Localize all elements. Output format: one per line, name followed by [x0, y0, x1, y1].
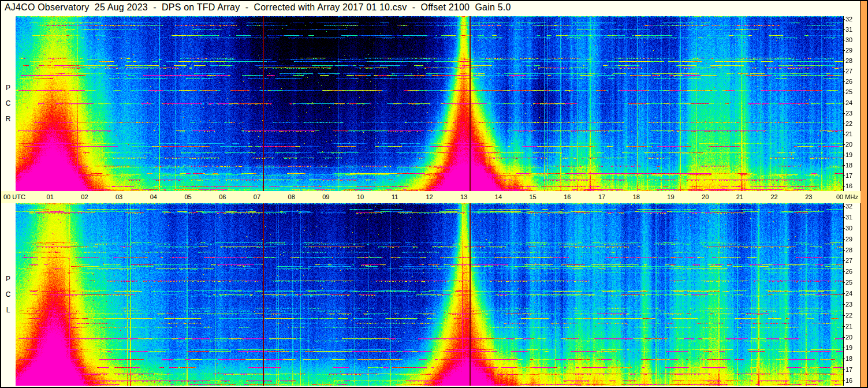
freq-tick-label: 25: [845, 88, 852, 95]
hour-label: 19: [662, 193, 679, 200]
freq-tick-mark: [843, 124, 845, 124]
freq-tick-mark: [843, 103, 845, 103]
freq-tick-label: 21: [845, 130, 852, 137]
hour-label: 21: [731, 193, 748, 200]
freq-tick-label: 25: [845, 279, 852, 286]
freq-tick-label: 31: [845, 214, 852, 221]
freq-tick-label: 30: [845, 225, 852, 232]
pol-letter: L: [6, 303, 10, 318]
hour-label: 06: [214, 193, 231, 200]
freq-tick-mark: [843, 40, 845, 40]
hour-label: 03: [110, 193, 128, 200]
freq-tick-label: 18: [845, 162, 852, 169]
freq-tick-mark: [843, 81, 845, 82]
polarization-label-lcp: PCL: [2, 203, 14, 386]
hour-label: 01: [42, 193, 59, 200]
hour-label: 02: [76, 193, 93, 200]
hour-label: 07: [248, 193, 266, 200]
freq-tick-label: 28: [845, 57, 852, 64]
freq-tick-label: 26: [845, 78, 852, 85]
hour-label: 17: [593, 193, 610, 200]
freq-tick-label: 23: [845, 301, 852, 308]
freq-tick-mark: [843, 113, 845, 114]
pol-letter: P: [6, 80, 10, 96]
freq-tick-label: 23: [845, 110, 852, 117]
freq-tick-label: 26: [845, 268, 852, 275]
hour-label: 11: [386, 193, 404, 200]
freq-tick-mark: [843, 304, 845, 305]
freq-tick-mark: [843, 359, 845, 359]
freq-tick-label: 20: [845, 141, 852, 148]
freq-tick-mark: [843, 165, 845, 166]
pol-letter: C: [6, 287, 11, 303]
right-intensity-bar: [860, 0, 868, 388]
hour-label: 05: [180, 193, 197, 200]
freq-tick-mark: [843, 337, 845, 338]
hour-label: 23: [800, 193, 817, 200]
freq-tick-mark: [843, 134, 845, 135]
freq-tick-mark: [843, 228, 845, 229]
freq-tick-label: 24: [845, 290, 852, 297]
freq-tick-label: 19: [845, 151, 852, 158]
freq-tick-label: 27: [845, 257, 852, 264]
freq-tick-label: 29: [845, 47, 852, 54]
freq-tick-label: 22: [845, 120, 852, 127]
freq-tick-mark: [843, 217, 845, 218]
time-axis: 00 UTC 010203040506070809101112131415161…: [0, 191, 860, 203]
spectrogram-canvas-rcp: [16, 16, 844, 191]
freq-tick-mark: [843, 239, 845, 240]
freq-tick-mark: [843, 186, 845, 186]
freq-tick-label: 16: [845, 182, 852, 189]
freq-tick-mark: [843, 19, 845, 20]
hour-label: 12: [421, 193, 438, 200]
page-title: AJ4CO Observatory 25 Aug 2023 - DPS on T…: [5, 2, 511, 13]
freq-tick-mark: [843, 61, 845, 61]
freq-tick-label: 32: [845, 16, 852, 23]
time-axis-right-label: 00 MHz: [836, 193, 858, 200]
freq-tick-label: 17: [845, 172, 852, 179]
hour-label: 13: [455, 193, 472, 200]
pol-letter: C: [6, 96, 11, 111]
freq-tick-label: 17: [845, 366, 852, 373]
freq-tick-mark: [843, 282, 845, 283]
hour-label: 04: [145, 193, 162, 200]
freq-tick-label: 20: [845, 334, 852, 341]
freq-tick-mark: [843, 206, 845, 207]
freq-tick-mark: [843, 92, 845, 92]
hour-label: 08: [283, 193, 300, 200]
freq-tick-mark: [843, 326, 845, 327]
freq-tick-mark: [843, 315, 845, 316]
hour-label: 09: [317, 193, 334, 200]
freq-tick-mark: [843, 50, 845, 51]
pol-letter: P: [6, 271, 10, 287]
freq-tick-mark: [843, 348, 845, 348]
hour-label: 18: [628, 193, 645, 200]
hour-label: 20: [696, 193, 714, 200]
freq-tick-label: 31: [845, 26, 852, 33]
freq-tick-mark: [843, 380, 845, 381]
freq-tick-mark: [843, 260, 845, 261]
freq-tick-label: 24: [845, 99, 852, 106]
freq-tick-mark: [843, 71, 845, 72]
freq-tick-mark: [843, 250, 845, 251]
freq-tick-label: 28: [845, 247, 852, 253]
hour-label: 15: [524, 193, 542, 200]
freq-tick-mark: [843, 176, 845, 176]
freq-tick-label: 22: [845, 312, 852, 319]
spectrogram-canvas-lcp: [16, 203, 844, 386]
hour-label: 16: [558, 193, 576, 200]
hour-label: 10: [352, 193, 369, 200]
freq-tick-label: 32: [845, 203, 852, 210]
freq-tick-label: 21: [845, 323, 852, 330]
freq-tick-mark: [843, 370, 845, 370]
freq-tick-mark: [843, 29, 845, 30]
spectrogram-window: AJ4CO Observatory 25 Aug 2023 - DPS on T…: [0, 0, 868, 388]
freq-tick-mark: [843, 144, 845, 145]
freq-tick-label: 19: [845, 344, 852, 351]
freq-tick-mark: [843, 271, 845, 272]
freq-tick-label: 29: [845, 236, 852, 242]
freq-tick-mark: [843, 155, 845, 155]
polarization-label-rcp: PCR: [2, 16, 14, 191]
time-axis-left-label: 00 UTC: [3, 193, 25, 200]
freq-tick-label: 18: [845, 355, 852, 362]
